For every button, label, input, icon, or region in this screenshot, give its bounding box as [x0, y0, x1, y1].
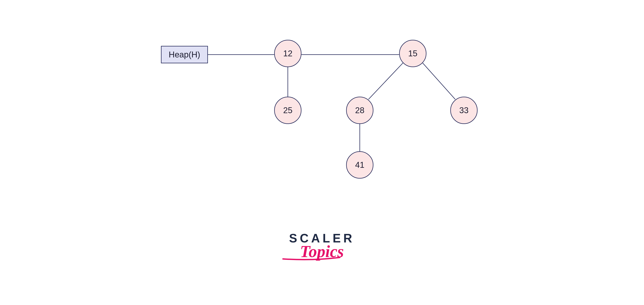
node-label: 28	[355, 106, 364, 115]
binomial-heap-diagram: Heap(H) 12 15 25 28 33 41 SCALER Topics	[0, 0, 644, 305]
node-label: 15	[408, 49, 418, 58]
node-28: 28	[346, 97, 374, 124]
scaler-topics-logo: SCALER Topics	[289, 231, 355, 261]
heap-root-box: Heap(H)	[161, 46, 208, 63]
node-12: 12	[274, 40, 302, 67]
heap-root-label: Heap(H)	[169, 50, 200, 59]
node-41: 41	[346, 151, 374, 179]
node-label: 12	[283, 49, 292, 58]
node-label: 33	[460, 106, 469, 115]
node-label: 25	[283, 106, 292, 115]
node-15: 15	[399, 40, 426, 67]
logo-underline-icon	[281, 256, 349, 262]
node-label: 41	[355, 160, 364, 170]
edge-15-28	[368, 63, 403, 99]
node-25: 25	[274, 97, 302, 124]
node-33: 33	[450, 97, 478, 124]
edge-15-33	[423, 63, 455, 99]
